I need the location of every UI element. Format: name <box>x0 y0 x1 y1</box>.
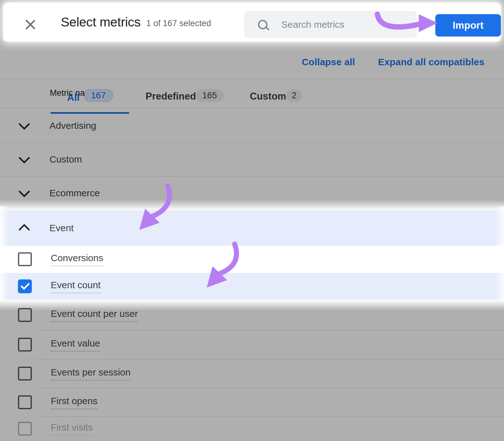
metric-row-events-per-session[interactable]: Events per session <box>0 359 504 388</box>
divider <box>0 108 504 108</box>
metric-row-event-count[interactable]: Event count <box>0 273 504 300</box>
search-input[interactable]: Search metrics <box>244 11 417 38</box>
checkbox-unchecked[interactable] <box>18 252 32 266</box>
metric-row-first-visits[interactable]: First visits <box>0 416 504 441</box>
chevron-down-icon[interactable] <box>18 153 31 166</box>
dialog-title: Select metrics <box>61 15 140 30</box>
metric-label: Event count <box>51 280 100 293</box>
section-row-event[interactable]: Event <box>0 210 504 246</box>
metric-name-ghost-text: Metric na <box>50 88 85 98</box>
collapse-all-link[interactable]: Collapse all <box>302 57 355 67</box>
checkbox-unchecked[interactable] <box>18 367 32 381</box>
metric-label: Events per session <box>51 367 130 381</box>
select-metrics-dialog: Collapse all Expand all compatibles Metr… <box>0 0 504 441</box>
chevron-down-icon[interactable] <box>18 119 31 132</box>
metric-label: Event value <box>51 338 100 352</box>
bulk-actions-row: Collapse all Expand all compatibles <box>0 53 504 72</box>
import-button[interactable]: Import <box>435 14 501 37</box>
tab-all-count-badge: 167 <box>84 89 113 102</box>
expand-all-compatibles-link[interactable]: Expand all compatibles <box>378 57 484 67</box>
selected-count: 1 of 167 selected <box>146 19 211 28</box>
search-icon <box>258 20 267 29</box>
metric-label: Conversions <box>51 253 103 266</box>
metric-label: First opens <box>51 396 97 409</box>
metric-row-event-value[interactable]: Event value <box>0 330 504 359</box>
section-row-ecommerce[interactable]: Ecommerce <box>0 176 504 210</box>
checkbox-unchecked[interactable] <box>18 395 32 409</box>
section-label: Advertising <box>49 120 96 131</box>
dialog-header: Select metrics 1 of 167 selected Search … <box>3 3 501 42</box>
metric-label: Event count per user <box>51 308 138 322</box>
chevron-up-icon[interactable] <box>18 221 31 235</box>
section-row-advertising[interactable]: Advertising <box>0 109 504 142</box>
tab-predefined[interactable]: Predefined <box>146 91 196 102</box>
section-label: Event <box>49 223 74 233</box>
dialog-body: Collapse all Expand all compatibles Metr… <box>0 0 504 441</box>
section-label: Ecommerce <box>49 188 100 198</box>
checkbox-checked[interactable] <box>18 279 32 293</box>
tab-predefined-count-badge: 165 <box>196 89 224 102</box>
close-icon[interactable] <box>24 18 37 31</box>
section-label: Custom <box>49 154 82 165</box>
metric-row-first-opens[interactable]: First opens <box>0 388 504 416</box>
checkbox-unchecked[interactable] <box>18 338 32 352</box>
chevron-down-icon[interactable] <box>18 186 31 200</box>
tab-custom-count-badge: 2 <box>286 89 302 102</box>
metric-row-conversions[interactable]: Conversions <box>0 246 504 273</box>
tab-custom[interactable]: Custom <box>250 91 286 102</box>
metric-label: First visits <box>51 422 93 436</box>
metric-row-event-count-per-user[interactable]: Event count per user <box>0 300 504 330</box>
checkbox-unchecked[interactable] <box>18 422 32 436</box>
search-placeholder: Search metrics <box>281 19 344 30</box>
checkbox-unchecked[interactable] <box>18 308 32 322</box>
tab-bar: Metric na All 167 Predefined 165 Custom … <box>0 79 504 108</box>
section-row-custom[interactable]: Custom <box>0 142 504 176</box>
